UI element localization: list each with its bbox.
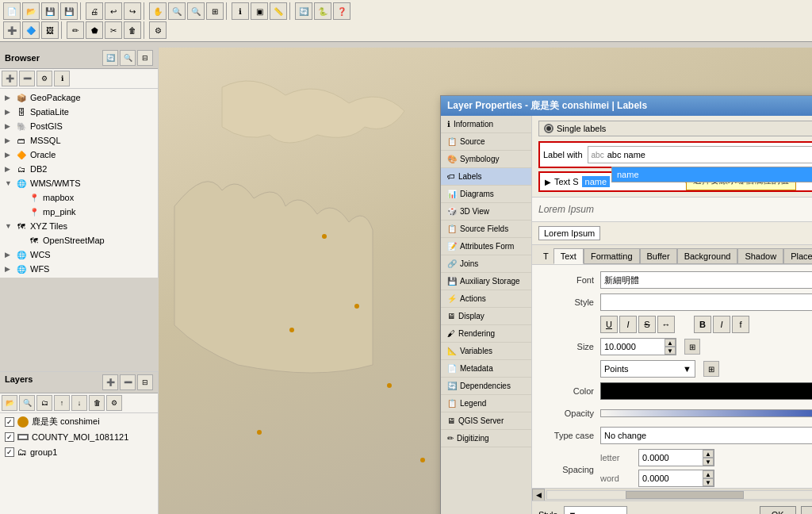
redo-btn[interactable]: ↪ bbox=[124, 2, 141, 20]
word-down-btn[interactable]: ▼ bbox=[703, 478, 714, 486]
browser-add-btn[interactable]: ➕ bbox=[2, 71, 17, 86]
sidebar-item-display[interactable]: 🖥 Display bbox=[441, 308, 531, 325]
layers-up-btn[interactable]: ↑ bbox=[54, 395, 70, 411]
style-bottom-select[interactable]: ▼ bbox=[564, 506, 627, 514]
size-spinbox[interactable]: ▲ ▼ bbox=[600, 338, 676, 355]
size-override-btn[interactable]: ⊞ bbox=[684, 339, 700, 355]
letter-down-btn[interactable]: ▼ bbox=[703, 458, 714, 466]
browser-filter-btn[interactable]: 🔍 bbox=[120, 50, 136, 66]
node-btn[interactable]: ⬟ bbox=[86, 21, 103, 39]
type-case-select[interactable]: No change ▼ bbox=[600, 427, 812, 444]
browser-info-btn[interactable]: ℹ bbox=[54, 71, 70, 86]
label-field-select[interactable]: abc abc name ▼ bbox=[588, 146, 812, 163]
sidebar-item-legend[interactable]: 📋 Legend bbox=[441, 395, 531, 412]
sidebar-item-variables[interactable]: 📐 Variables bbox=[441, 343, 531, 360]
superscript-btn[interactable]: ↔ bbox=[657, 316, 675, 333]
layers-add-btn[interactable]: ➕ bbox=[102, 374, 118, 390]
word-input[interactable] bbox=[639, 470, 703, 486]
layers-down-btn[interactable]: ↓ bbox=[71, 395, 87, 411]
zoom-out-btn[interactable]: 🔍 bbox=[187, 2, 205, 20]
zoom-extent-btn[interactable]: ⊞ bbox=[206, 2, 224, 20]
sidebar-item-source-fields[interactable]: 📋 Source Fields bbox=[441, 221, 531, 238]
opacity-track[interactable] bbox=[600, 409, 812, 417]
italic-btn[interactable]: I bbox=[619, 316, 637, 333]
sidebar-item-labels[interactable]: 🏷 Labels bbox=[441, 168, 531, 186]
tree-item-wfs[interactable]: ▶ 🌐 WFS bbox=[2, 262, 156, 276]
sidebar-item-digitizing[interactable]: ✏ Digitizing bbox=[441, 430, 531, 447]
zoom-in-btn[interactable]: 🔍 bbox=[168, 2, 186, 20]
cut-btn[interactable]: ✂ bbox=[105, 21, 122, 39]
sidebar-item-rendering[interactable]: 🖌 Rendering bbox=[441, 325, 531, 343]
help-btn[interactable]: ❓ bbox=[333, 2, 350, 20]
measure-btn[interactable]: 📏 bbox=[270, 2, 287, 20]
sidebar-item-symbology[interactable]: 🎨 Symbology bbox=[441, 151, 531, 168]
tree-item-osm[interactable]: 🗺 OpenStreetMap bbox=[14, 233, 156, 247]
size-down-btn[interactable]: ▼ bbox=[665, 347, 676, 355]
font-select[interactable]: 新細明體 ▼ bbox=[600, 271, 812, 289]
size-up-btn[interactable]: ▲ bbox=[665, 339, 676, 347]
tree-item-xyz[interactable]: ▼ 🗺 XYZ Tiles bbox=[2, 219, 156, 233]
sidebar-item-actions[interactable]: ⚡ Actions bbox=[441, 290, 531, 308]
sub-tab-formatting[interactable]: Formatting bbox=[584, 248, 640, 264]
bold-btn[interactable]: B bbox=[694, 316, 711, 333]
sub-tab-shadow[interactable]: Shadow bbox=[737, 248, 783, 264]
select-btn[interactable]: ▣ bbox=[251, 2, 268, 20]
italic2-btn[interactable]: I bbox=[713, 316, 730, 333]
scroll-left-btn[interactable]: ◀ bbox=[532, 489, 545, 501]
sidebar-item-source[interactable]: 📋 Source bbox=[441, 133, 531, 151]
strikethrough-btn[interactable]: S bbox=[638, 316, 656, 333]
tree-item-mssql[interactable]: ▶ 🗃 MSSQL bbox=[2, 133, 156, 148]
save-as-btn[interactable]: 💾 bbox=[60, 2, 78, 20]
size-input[interactable] bbox=[601, 339, 665, 355]
layer-item-county[interactable]: ✓ COUNTY_MOI_1081121 bbox=[0, 430, 158, 444]
browser-collapse-btn[interactable]: ⊟ bbox=[137, 50, 153, 66]
delete-btn[interactable]: 🗑 bbox=[124, 21, 141, 39]
tree-item-mp-pink[interactable]: 📍 mp_pink bbox=[14, 205, 156, 219]
underline-btn[interactable]: U bbox=[600, 316, 618, 333]
undo-btn[interactable]: ↩ bbox=[105, 2, 122, 20]
settings-btn[interactable]: ⚙ bbox=[149, 21, 167, 39]
layers-group-btn[interactable]: 🗂 bbox=[36, 395, 52, 411]
layers-collapse-btn[interactable]: ⊟ bbox=[137, 374, 153, 390]
print-btn[interactable]: 🖨 bbox=[86, 2, 103, 20]
sidebar-item-3dview[interactable]: 🎲 3D View bbox=[441, 203, 531, 221]
open-project-btn[interactable]: 📂 bbox=[22, 2, 40, 20]
cancel-button[interactable]: Cancel bbox=[801, 506, 812, 514]
scroll-track[interactable] bbox=[546, 490, 812, 500]
single-labels-radio[interactable] bbox=[544, 124, 553, 133]
layers-settings-btn[interactable]: ⚙ bbox=[106, 395, 122, 411]
layer-item-conshimei[interactable]: ✓ 鹿是美 conshimei bbox=[0, 413, 158, 430]
style-select[interactable]: ▼ bbox=[600, 293, 812, 311]
python-btn[interactable]: 🐍 bbox=[314, 2, 331, 20]
sub-tab-background[interactable]: Background bbox=[677, 248, 738, 264]
sidebar-item-attributes-form[interactable]: 📝 Attributes Form bbox=[441, 238, 531, 255]
sidebar-item-diagrams[interactable]: 📊 Diagrams bbox=[441, 186, 531, 203]
layers-remove-btn[interactable]: 🗑 bbox=[89, 395, 105, 411]
word-spinbox[interactable]: ▲ ▼ bbox=[638, 470, 714, 487]
layer-check-county[interactable]: ✓ bbox=[5, 432, 14, 442]
letter-spinbox[interactable]: ▲ ▼ bbox=[638, 449, 714, 466]
add-layer-btn[interactable]: ➕ bbox=[3, 21, 21, 39]
letter-input[interactable] bbox=[639, 450, 703, 466]
new-project-btn[interactable]: 📄 bbox=[3, 2, 21, 20]
tree-item-ows[interactable]: ▶ 🌐 OWS bbox=[2, 276, 156, 278]
fraction-btn[interactable]: f bbox=[732, 316, 749, 333]
letter-up-btn[interactable]: ▲ bbox=[703, 450, 714, 458]
tree-item-postgis[interactable]: ▶ 🐘 PostGIS bbox=[2, 119, 156, 133]
size-unit-select[interactable]: Points ▼ bbox=[600, 360, 695, 378]
word-up-btn[interactable]: ▲ bbox=[703, 470, 714, 478]
sidebar-item-information[interactable]: ℹ Information bbox=[441, 116, 531, 133]
tree-item-mapbox[interactable]: 📍 mapbox bbox=[14, 190, 156, 205]
browser-refresh-btn[interactable]: 🔄 bbox=[102, 50, 118, 66]
sub-tab-text[interactable]: Text bbox=[553, 248, 584, 264]
layers-filter-btn[interactable]: 🔍 bbox=[19, 395, 35, 411]
identify-btn[interactable]: ℹ bbox=[232, 2, 249, 20]
edit-btn[interactable]: ✏ bbox=[67, 21, 84, 39]
sidebar-item-aux-storage[interactable]: 💾 Auxiliary Storage bbox=[441, 273, 531, 290]
tree-item-db2[interactable]: ▶ 🗂 DB2 bbox=[2, 162, 156, 176]
tree-item-spatialite[interactable]: ▶ 🗄 SpatiaLite bbox=[2, 105, 156, 119]
tree-item-wcs[interactable]: ▶ 🌐 WCS bbox=[2, 247, 156, 262]
sidebar-item-metadata[interactable]: 📄 Metadata bbox=[441, 360, 531, 378]
color-bar[interactable] bbox=[600, 382, 812, 400]
layer-check-group1[interactable]: ✓ bbox=[5, 447, 14, 457]
